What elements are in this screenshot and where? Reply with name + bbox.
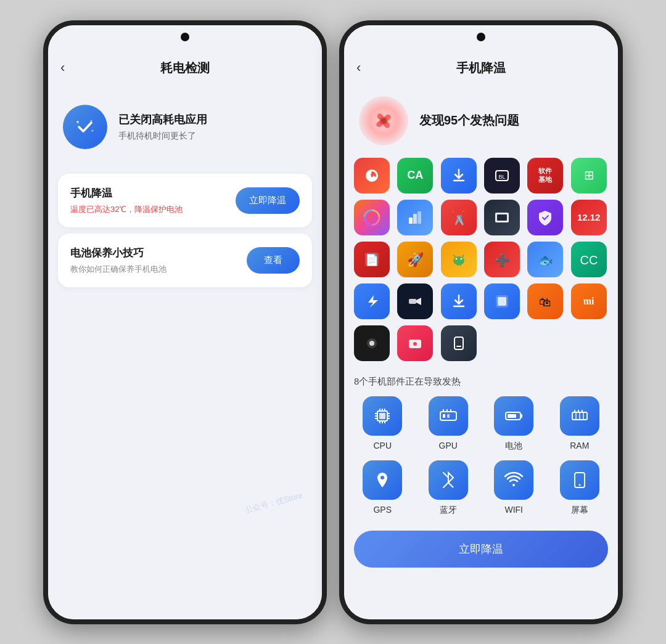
svg-rect-21 (457, 263, 459, 266)
page-title-right: 手机降温 (456, 60, 506, 76)
list-item[interactable]: 🐟 (527, 242, 563, 277)
left-header: ‹ 耗电检测 (48, 50, 322, 86)
list-item[interactable] (484, 283, 520, 319)
component-screen-label: 屏幕 (571, 505, 588, 516)
svg-text:CC: CC (580, 253, 598, 267)
list-item[interactable]: 📄 (354, 242, 390, 277)
svg-rect-10 (413, 214, 417, 224)
svg-text:🐟: 🐟 (538, 253, 553, 267)
svg-rect-11 (417, 211, 421, 224)
svg-rect-22 (459, 263, 461, 266)
cool-now-button[interactable]: 立即降温 (236, 187, 300, 214)
fan-icon (359, 96, 408, 145)
component-gpu[interactable]: GPU (420, 396, 477, 452)
svg-point-2 (91, 120, 92, 121)
list-item[interactable] (441, 325, 477, 361)
svg-text:➕: ➕ (494, 253, 509, 267)
svg-rect-35 (456, 346, 461, 347)
list-item[interactable] (354, 158, 390, 194)
component-gps[interactable]: GPS (354, 460, 411, 516)
svg-point-18 (453, 256, 464, 265)
svg-rect-52 (447, 414, 450, 418)
component-bluetooth[interactable]: 蓝牙 (420, 460, 477, 516)
list-item[interactable] (397, 200, 433, 235)
cooling-title: 手机降温 (70, 186, 183, 200)
list-item[interactable]: mi (571, 283, 607, 319)
component-battery[interactable]: 电池 (485, 396, 543, 452)
svg-text:✂️: ✂️ (450, 210, 467, 226)
right-header: ‹ 手机降温 (344, 50, 618, 86)
cooling-card: 手机降温 温度已高达32℃，降温保护电池 立即降温 (58, 174, 312, 227)
list-item[interactable]: 🚀 (397, 242, 433, 277)
svg-rect-28 (498, 297, 506, 306)
list-item[interactable] (484, 200, 520, 235)
cooling-warning: 温度已高达32℃，降温保护电池 (70, 204, 183, 215)
svg-rect-14 (497, 214, 507, 221)
cool-button[interactable]: 立即降温 (354, 531, 608, 568)
list-item[interactable] (441, 283, 477, 319)
battery-tips-card: 电池保养小技巧 教你如何正确保养手机电池 查看 (58, 234, 312, 287)
list-item[interactable] (397, 283, 433, 319)
svg-point-20 (460, 258, 462, 259)
view-button[interactable]: 查看 (247, 247, 300, 274)
apps-grid: CA BL 软件基地 ⊞ (344, 158, 618, 367)
tips-desc: 教你如何正确保养手机电池 (70, 264, 166, 275)
list-item[interactable] (441, 242, 477, 277)
list-item[interactable]: ✂️ (441, 200, 477, 235)
svg-rect-57 (520, 414, 522, 418)
svg-point-19 (455, 258, 457, 259)
phones-container: ‹ 耗电检测 已关闭高耗电应用 手机待 (31, 8, 635, 637)
svg-point-1 (92, 129, 94, 131)
component-screen[interactable]: 屏幕 (551, 460, 609, 516)
list-item[interactable] (527, 200, 563, 235)
success-text: 已关闭高耗电应用 手机待机时间更长了 (118, 112, 207, 142)
page-title: 耗电检测 (160, 60, 210, 76)
svg-text:🛍: 🛍 (539, 295, 551, 309)
component-ram-label: RAM (570, 441, 589, 450)
list-item[interactable]: ➕ (484, 242, 520, 277)
svg-rect-37 (379, 413, 385, 419)
svg-text:⊞: ⊞ (583, 168, 594, 182)
component-cpu[interactable]: CPU (354, 396, 411, 452)
list-item[interactable]: CA (397, 158, 433, 194)
list-item[interactable] (441, 158, 477, 194)
svg-point-31 (369, 341, 374, 346)
component-wifi[interactable]: WIFI (485, 460, 543, 516)
list-item[interactable] (354, 325, 390, 361)
fan-svg (368, 105, 399, 136)
svg-point-69 (578, 484, 580, 486)
back-button[interactable]: ‹ (60, 60, 65, 76)
svg-rect-9 (409, 218, 413, 224)
success-sub-text: 手机待机时间更长了 (118, 131, 207, 142)
list-item[interactable]: 软件基地 (527, 158, 563, 194)
list-item[interactable] (354, 283, 390, 319)
component-gpu-label: GPU (439, 441, 458, 450)
svg-rect-26 (409, 299, 416, 304)
success-icon (63, 105, 107, 149)
list-item[interactable] (397, 325, 433, 361)
component-wifi-label: WIFI (504, 505, 523, 515)
component-battery-label: 电池 (505, 441, 522, 452)
list-item[interactable]: BL (484, 158, 520, 194)
checkmark-icon (74, 116, 96, 138)
component-ram[interactable]: RAM (551, 396, 609, 452)
component-cpu-label: CPU (373, 441, 392, 450)
success-main-text: 已关闭高耗电应用 (118, 112, 207, 127)
hero-title: 发现95个发热问题 (419, 112, 519, 129)
svg-text:BL: BL (498, 174, 505, 180)
components-title: 8个手机部件正在导致发热 (354, 376, 608, 388)
list-item[interactable]: CC (571, 242, 607, 277)
svg-rect-34 (454, 337, 463, 349)
left-phone: ‹ 耗电检测 已关闭高耗电应用 手机待 (43, 20, 327, 624)
list-item[interactable] (354, 200, 390, 235)
svg-point-4 (381, 118, 386, 123)
svg-point-0 (76, 121, 79, 123)
list-item[interactable]: 🛍 (527, 283, 563, 319)
svg-line-67 (443, 483, 448, 487)
list-item[interactable]: 12.12 (571, 200, 607, 235)
svg-rect-51 (443, 414, 445, 418)
svg-text:📄: 📄 (365, 253, 379, 267)
back-button-right[interactable]: ‹ (356, 60, 361, 76)
list-item[interactable]: ⊞ (571, 158, 607, 194)
components-section: 8个手机部件正在导致发热 CPU (344, 367, 618, 521)
